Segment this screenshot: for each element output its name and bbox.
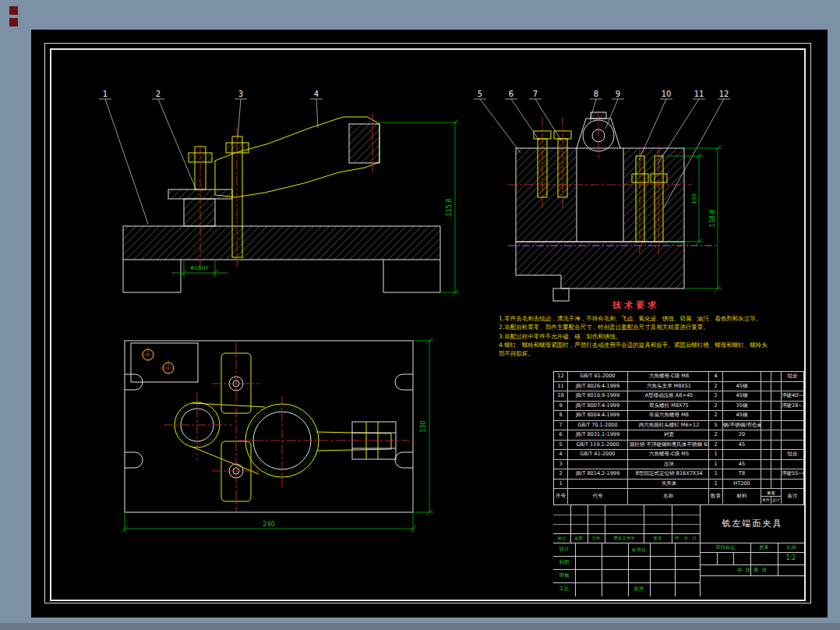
callout-8: 8 — [594, 90, 598, 98]
part-unit-weight — [761, 430, 771, 441]
grid-line — [650, 543, 651, 596]
center-nut — [226, 143, 249, 153]
window-decoration — [9, 6, 18, 15]
mounting-slots — [125, 374, 413, 468]
revision-line — [553, 515, 700, 515]
side-stud-3 — [636, 156, 644, 242]
side-bore-lines — [577, 148, 623, 242]
side-section-view: 5 6 7 8 9 10 11 12 118.8 100 — [474, 90, 730, 301]
part-note: 淬硬40~45HRC — [782, 391, 803, 402]
baseplate-outline — [125, 341, 413, 512]
dim-side-depth: 100 — [691, 193, 697, 204]
part-qty: 2 — [709, 441, 723, 451]
part-total-weight — [771, 411, 782, 421]
grid-line — [701, 575, 804, 576]
part-total-weight — [771, 460, 782, 470]
part-total-weight — [771, 480, 782, 490]
part-material — [723, 450, 761, 460]
part-number: 5 — [554, 441, 568, 451]
drawing-scale: 1:2 — [778, 552, 804, 565]
part-qty: 2 — [709, 430, 723, 441]
dim-plan-height: 130 — [420, 420, 427, 432]
callout-1: 1 — [103, 90, 108, 98]
part-name: 压块 — [628, 460, 709, 470]
part-material: 钢/不锈钢/有色金属 — [723, 421, 761, 431]
tb-label-scale: 比例 — [778, 543, 805, 552]
part-unit-weight — [761, 411, 771, 421]
part-number: 4 — [554, 450, 568, 460]
part-code: GB/T 70.1-2000 — [568, 421, 628, 431]
part-unit-weight — [761, 391, 771, 402]
parts-list-row: 4 GB/T 41-2000 六角螺母-C级 M5 1 组合 — [554, 450, 803, 460]
part-code: JB/T 8004.4-1999 — [568, 411, 628, 421]
part-total-weight — [771, 421, 782, 431]
part-note — [782, 460, 803, 470]
parts-list-row: 8 JB/T 8004.4-1999 带肩六角螺母 M8 2 45钢 — [554, 411, 803, 421]
part-unit-weight — [761, 421, 771, 431]
grid-line — [733, 552, 734, 565]
part-name: 内六角圆柱头螺钉 M6×12 — [628, 421, 709, 431]
part-name: A型移动压板 A8×45 — [628, 391, 709, 402]
part-note — [782, 441, 803, 451]
header-note: 备注 — [782, 489, 803, 504]
part-code: GB/T 119.1-2000 — [568, 441, 628, 451]
parts-list-header: 序号 代号 名称 数量 材料 重量 单件 总计 备注 — [554, 489, 803, 504]
part-name: 衬套 — [628, 430, 709, 441]
part-qty: 2 — [709, 402, 723, 412]
part-material: 45 — [723, 441, 761, 451]
parts-list: 12 GB/T 41-2000 六角螺母-C级 M8 4 组合 11 JB/T … — [553, 371, 804, 505]
grid-line — [602, 543, 602, 596]
part-unit-weight — [761, 469, 771, 480]
dim-front-dia: Φ16H7 — [190, 265, 209, 271]
parts-list-row: 6 JB/T 8031.1-1999 衬套 2 20 — [554, 430, 803, 441]
part-total-weight — [771, 382, 782, 392]
part-total-weight — [771, 372, 782, 382]
callout-9: 9 — [616, 90, 620, 98]
part-code: JB/T 8010.9-1999 — [568, 391, 628, 402]
part-name: 六角头支承 M8X51 — [628, 382, 709, 392]
callout-5: 5 — [478, 90, 482, 98]
dim-plan-width: 240 — [263, 521, 274, 528]
tech-requirements-list: 1.零件去毛刺去锐边，清洗干净，不得有毛刺、飞边、氧化皮、锈蚀、切屑、油污、着色… — [499, 314, 773, 358]
header-code: 代号 — [568, 489, 628, 504]
part-total-weight — [771, 391, 782, 402]
tech-requirement-item: 2.装配前检查零、部件主要配合尺寸，特别是过盈配合尺寸及相关精度进行复查。 — [499, 323, 773, 331]
title-block-right: 铣左端面夹具 阶段标记 数量 比例 1:2 共 张 第 张 — [700, 505, 804, 596]
parts-list-row: 3 压块 1 45 — [554, 460, 803, 470]
tb-label-standard: 标准化 — [628, 543, 650, 556]
part-name: B型固定式定位销 B16X7X34 — [628, 469, 709, 480]
part-number: 3 — [554, 460, 568, 470]
tech-requirement-item: 3.装配过程中零件不允许磕、碰、划伤和锈蚀。 — [499, 332, 773, 341]
part-note — [782, 480, 803, 490]
part-unit-weight — [761, 382, 771, 392]
part-name: 圆柱销 不淬硬钢和奥氏体不锈钢 6X30 — [628, 441, 709, 451]
technical-requirements: 技术要求 1.零件去毛刺去锐边，清洗干净，不得有毛刺、飞边、氧化皮、锈蚀、切屑、… — [499, 299, 773, 358]
part-material — [723, 372, 761, 382]
part-material: T8 — [723, 469, 761, 480]
part-qty: 1 — [709, 469, 723, 480]
part-unit-weight — [761, 441, 771, 451]
part-qty: 2 — [709, 382, 723, 392]
part-number: 8 — [554, 411, 568, 421]
title-block: 标记 处数 分区 更改文件号 签名 年、月、日 设计 制图 审核 工艺 标准化 … — [553, 505, 804, 596]
callout-12: 12 — [719, 90, 729, 98]
tech-requirements-title: 技术要求 — [499, 299, 773, 311]
part-total-weight — [771, 430, 782, 441]
part-number: 12 — [554, 372, 568, 382]
tb-label-date: 年、月、日 — [672, 533, 700, 543]
title-block-left: 标记 处数 分区 更改文件号 签名 年、月、日 设计 制图 审核 工艺 标准化 … — [553, 505, 700, 596]
part-note: 淬硬28~32HRC — [782, 402, 803, 412]
callout-2: 2 — [156, 90, 161, 98]
part-material: 45钢 — [723, 382, 761, 392]
part-qty: 2 — [709, 411, 723, 421]
tb-label-approve: 批准 — [628, 582, 650, 596]
grid-line — [717, 552, 718, 565]
callout-6: 6 — [509, 90, 514, 98]
corner-block — [131, 343, 198, 382]
part-qty: 5 — [709, 421, 723, 431]
part-material: 45 — [723, 460, 761, 470]
tb-label-check: 审核 — [553, 569, 575, 582]
part-total-weight — [771, 469, 782, 480]
part-code: GB/T 41-2000 — [568, 450, 628, 460]
header-weight: 重量 单件 总计 — [761, 489, 782, 504]
